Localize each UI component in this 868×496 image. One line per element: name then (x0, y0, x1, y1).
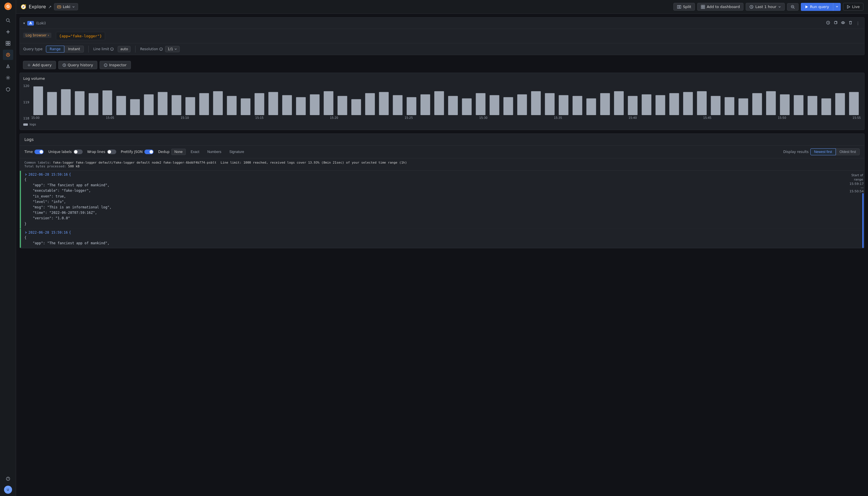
live-label: Live (852, 4, 860, 9)
x-label-11: 15:55 (852, 116, 861, 120)
svg-rect-93 (739, 98, 748, 115)
resolution-select[interactable]: 1/1 (165, 46, 180, 52)
prettify-json-thumb (150, 150, 153, 154)
svg-rect-46 (89, 93, 98, 115)
sidebar-item-alerts[interactable] (3, 61, 13, 72)
resolution-info-icon[interactable]: i (159, 47, 163, 51)
time-toggle[interactable] (34, 150, 44, 154)
share-icon[interactable]: ↗ (48, 4, 52, 9)
more-icon[interactable]: ⋮ (855, 20, 861, 27)
log-timestamp-2[interactable]: 2022-06-28 15:59:16 { (25, 231, 861, 234)
x-label-2: 15:10 (181, 116, 189, 120)
user-avatar[interactable]: U (4, 486, 12, 494)
run-query-button[interactable]: Run query (801, 3, 841, 11)
sidebar-item-search[interactable] (3, 15, 13, 26)
prettify-json-toggle-row: Prettify JSON (121, 150, 154, 154)
query-editor: Log browser › {app="fake-logger"} (20, 29, 864, 43)
sidebar-item-add[interactable] (3, 27, 13, 37)
sidebar-item-dashboards[interactable] (3, 38, 13, 48)
svg-rect-62 (310, 94, 320, 115)
display-results-section: Display results Newest first Oldest firs… (783, 149, 860, 155)
run-query-main[interactable]: Run query (801, 3, 833, 11)
dedup-exact[interactable]: Exact (187, 149, 202, 155)
log-browser-link[interactable]: Log browser › (23, 33, 51, 38)
add-to-dashboard-button[interactable]: Add to dashboard (697, 3, 743, 11)
dedup-none[interactable]: None (171, 149, 186, 155)
options-divider-2 (135, 46, 136, 52)
sidebar-item-settings[interactable] (3, 73, 13, 83)
svg-rect-84 (614, 91, 624, 115)
common-labels-bar: Common labels: fake-logger fake-logger d… (20, 158, 864, 171)
sidebar-item-explore[interactable] (3, 50, 13, 60)
chart-bars-container[interactable] (31, 83, 861, 115)
split-button[interactable]: Split (673, 3, 695, 11)
delete-icon[interactable] (848, 20, 853, 27)
unique-labels-toggle-row: Unique labels (48, 150, 82, 154)
unique-labels-toggle[interactable] (74, 150, 83, 154)
svg-rect-79 (545, 93, 555, 115)
svg-rect-67 (379, 92, 389, 115)
inspector-button[interactable]: i Inspector (99, 61, 131, 69)
datasource-selector[interactable]: Loki (54, 3, 78, 10)
zoom-out-button[interactable] (787, 3, 799, 11)
time-range-selector[interactable]: Last 1 hour (746, 3, 785, 11)
chart-title: Log volume (23, 76, 861, 81)
x-label-8: 15:40 (629, 116, 637, 120)
x-label-10: 15:50 (778, 116, 786, 120)
time-toggle-thumb (40, 150, 43, 154)
copy-icon[interactable] (833, 20, 838, 27)
svg-rect-92 (725, 97, 734, 115)
x-label-1: 15:05 (106, 116, 114, 120)
resolution-chevron-icon (174, 48, 177, 50)
dedup-numbers[interactable]: Numbers (204, 149, 224, 155)
total-bytes-label: Total bytes processed: (25, 165, 66, 168)
live-button[interactable]: Live (843, 3, 864, 11)
datasource-tag: (Loki) (36, 21, 46, 25)
dedup-signature[interactable]: Signature (226, 149, 247, 155)
grafana-logo[interactable]: G (4, 2, 12, 11)
svg-rect-47 (103, 90, 112, 115)
add-query-button[interactable]: Add query (23, 61, 56, 69)
collapse-button[interactable]: ▾ (23, 21, 25, 25)
run-query-label: Run query (810, 4, 829, 9)
logs-panel: Logs Time Unique labels (19, 134, 865, 248)
svg-rect-61 (296, 97, 306, 115)
prettify-json-toggle[interactable] (144, 150, 154, 154)
query-history-button[interactable]: Query history (58, 61, 97, 69)
svg-rect-83 (600, 93, 610, 115)
history-icon (63, 63, 66, 67)
unique-labels-label: Unique labels (48, 150, 72, 154)
svg-line-3 (9, 21, 10, 22)
sidebar-item-help[interactable]: ? (3, 474, 13, 484)
sort-newest-first[interactable]: Newest first (810, 149, 836, 155)
svg-marker-29 (847, 5, 850, 8)
svg-rect-60 (282, 95, 292, 115)
sidebar: G (0, 0, 16, 496)
svg-rect-81 (573, 96, 583, 115)
query-type-instant[interactable]: Instant (64, 46, 84, 52)
svg-rect-31 (834, 21, 837, 24)
log-timestamp[interactable]: 2022-06-28 15:59:16 { (25, 172, 861, 176)
line-limit-value[interactable]: auto (118, 46, 130, 52)
svg-text:i: i (105, 64, 106, 66)
query-type-range[interactable]: Range (46, 46, 64, 52)
svg-rect-22 (701, 7, 703, 9)
svg-rect-58 (254, 93, 264, 115)
svg-rect-9 (8, 44, 10, 45)
svg-rect-90 (697, 91, 707, 115)
query-input[interactable]: {app="fake-logger"} (56, 32, 105, 40)
wrap-lines-toggle[interactable] (107, 150, 116, 154)
sidebar-item-security[interactable] (3, 84, 13, 94)
split-label: Split (683, 4, 691, 9)
dashboard-icon (701, 5, 705, 9)
line-limit-info-icon[interactable]: i (110, 47, 114, 51)
eye-icon[interactable] (840, 20, 846, 27)
sort-oldest-first[interactable]: Oldest first (836, 149, 860, 155)
caret-icon (836, 5, 838, 8)
query-history-icon[interactable] (825, 20, 831, 27)
svg-text:i: i (161, 48, 161, 51)
split-icon (677, 5, 681, 9)
svg-rect-100 (835, 93, 845, 115)
run-query-caret[interactable] (833, 3, 841, 11)
time-toggle-label: Time (25, 150, 33, 154)
